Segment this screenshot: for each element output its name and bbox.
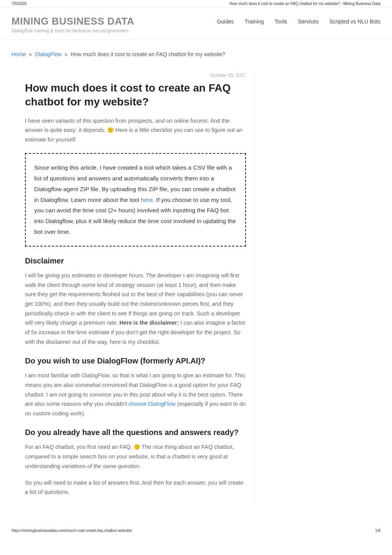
- smile-emoji-icon: 🙂: [107, 127, 114, 133]
- nav-services[interactable]: Services: [298, 18, 319, 25]
- qr-after-italic: .: [139, 463, 141, 469]
- dialogflow-body: I am most familiar with DialogFlow, so t…: [25, 371, 246, 418]
- breadcrumb-category[interactable]: DialogFlow: [35, 51, 61, 57]
- print-date: 7/9/2020: [12, 2, 27, 6]
- breadcrumb-sep: »: [29, 51, 32, 57]
- disclaimer-before-strong: I will be giving you estimates in develo…: [25, 272, 243, 326]
- nav-tools[interactable]: Tools: [275, 18, 287, 25]
- brand-title: MINING BUSINESS DATA: [12, 15, 135, 27]
- main-content: October 15, 2017 How much does it cost t…: [0, 73, 246, 504]
- dialogflow-heading: Do you wish to use DialogFlow (formerly …: [25, 357, 246, 365]
- questions-ready-heading: Do you already have all the questions an…: [25, 428, 246, 437]
- site-header: MINING BUSINESS DATA Dialogflow training…: [0, 8, 392, 40]
- breadcrumb-home[interactable]: Home: [12, 51, 26, 57]
- smile-emoji-icon: 🙂: [134, 444, 140, 450]
- content-wrapper: October 15, 2017 How much does it cost t…: [0, 73, 392, 504]
- print-title: How much does it cost to create an FAQ c…: [229, 2, 380, 6]
- brand-tagline: Dialogflow training & tools for technica…: [12, 28, 135, 33]
- breadcrumb: Home » DialogFlow » How much does it cos…: [0, 40, 392, 61]
- post-date: October 15, 2017: [25, 73, 246, 78]
- choose-dialogflow-link[interactable]: choose DialogFlow: [129, 401, 176, 407]
- main-nav: Guides Training Tools Services Scripted …: [217, 15, 380, 25]
- sidebar-divider: [254, 73, 254, 504]
- callout-here-link[interactable]: here: [141, 197, 153, 203]
- disclaimer-heading: Disclaimer: [25, 257, 246, 265]
- callout-text: Since writing this article, I have creat…: [34, 162, 237, 237]
- breadcrumb-sep: »: [65, 51, 68, 57]
- nav-scripted-vs-nlu[interactable]: Scripted vs NLU Bots: [329, 18, 380, 25]
- print-url: https://miningbusinessdata.com/much-cost…: [12, 528, 132, 533]
- brand[interactable]: MINING BUSINESS DATA Dialogflow training…: [12, 15, 135, 33]
- nav-guides[interactable]: Guides: [217, 18, 234, 25]
- post-title: How much does it cost to create an FAQ c…: [25, 81, 246, 109]
- qr-italic: variations of the same question: [62, 463, 139, 469]
- qr-before-emoji: For an FAQ chatbot, you first need an FA…: [25, 444, 134, 450]
- print-footer: https://miningbusinessdata.com/much-cost…: [0, 527, 392, 534]
- breadcrumb-current: How much does it cost to create an FAQ c…: [71, 51, 225, 57]
- callout-box: Since writing this article, I have creat…: [25, 153, 246, 247]
- disclaimer-body: I will be giving you estimates in develo…: [25, 271, 246, 347]
- questions-ready-body2: So you will need to make a list of answe…: [25, 478, 246, 497]
- print-page-number: 1/6: [375, 528, 380, 533]
- nav-training[interactable]: Training: [245, 18, 264, 25]
- intro-paragraph: I have seen variants of this question fr…: [25, 116, 246, 145]
- disclaimer-strong: Here is the disclaimer:: [120, 320, 179, 326]
- print-header: 7/9/2020 How much does it cost to create…: [0, 0, 392, 8]
- questions-ready-body1: For an FAQ chatbot, you first need an FA…: [25, 442, 246, 471]
